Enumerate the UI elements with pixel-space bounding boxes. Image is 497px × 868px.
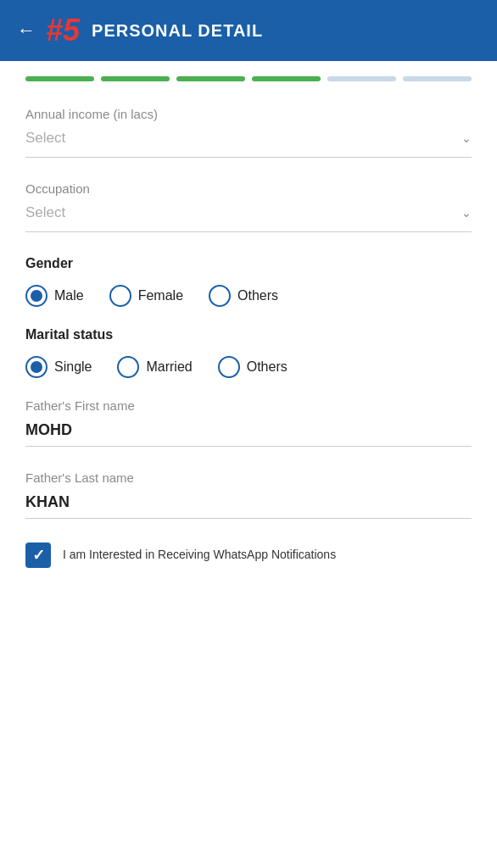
gender-radio-female[interactable] — [109, 285, 131, 307]
occupation-placeholder: Select — [25, 204, 65, 221]
occupation-select-display[interactable]: Select ⌄ — [25, 201, 472, 225]
annual-income-field: Annual income (in lacs) Select ⌄ — [25, 107, 472, 158]
occupation-field: Occupation Select ⌄ — [25, 181, 472, 232]
progress-bar — [0, 61, 497, 90]
annual-income-label: Annual income (in lacs) — [25, 107, 472, 121]
marital-radio-others[interactable] — [218, 356, 240, 378]
fathers-first-name-field: Father's First name — [25, 398, 472, 447]
checkmark-icon: ✓ — [32, 546, 45, 565]
fathers-first-name-label: Father's First name — [25, 398, 472, 413]
step-number: #5 — [46, 13, 80, 48]
marital-label-single: Single — [54, 359, 92, 375]
progress-segment-4 — [252, 76, 321, 81]
marital-status-options: Single Married Others — [25, 356, 472, 378]
header: ← #5 PERSONAL DETAIL — [0, 0, 497, 61]
fathers-last-name-field: Father's Last name — [25, 470, 472, 519]
marital-label-married: Married — [146, 359, 192, 375]
gender-radio-others[interactable] — [209, 285, 231, 307]
gender-label-male: Male — [54, 288, 84, 303]
progress-segment-5 — [327, 76, 396, 81]
fathers-last-name-input[interactable] — [25, 490, 472, 519]
marital-option-single[interactable]: Single — [25, 356, 92, 378]
gender-option-others[interactable]: Others — [209, 285, 278, 307]
annual-income-placeholder: Select — [25, 130, 65, 147]
marital-status-title: Marital status — [25, 327, 472, 342]
annual-income-chevron-icon: ⌄ — [461, 131, 472, 145]
gender-title: Gender — [25, 256, 472, 271]
fathers-last-name-label: Father's Last name — [25, 470, 472, 485]
occupation-label: Occupation — [25, 181, 472, 196]
marital-label-others: Others — [247, 359, 288, 375]
gender-section: Gender Male Female Others — [25, 256, 472, 307]
content-area: Annual income (in lacs) Select ⌄ Occupat… — [0, 90, 497, 593]
gender-label-others: Others — [237, 288, 278, 303]
marital-option-others[interactable]: Others — [218, 356, 288, 378]
back-button[interactable]: ← — [17, 19, 36, 42]
progress-segment-1 — [25, 76, 94, 81]
gender-radio-male[interactable] — [25, 285, 47, 307]
marital-radio-single[interactable] — [25, 356, 47, 378]
marital-status-section: Marital status Single Married Others — [25, 327, 472, 378]
occupation-chevron-icon: ⌄ — [461, 206, 472, 220]
gender-label-female: Female — [138, 288, 183, 303]
progress-segment-3 — [176, 76, 245, 81]
whatsapp-checkbox-row[interactable]: ✓ I am Interested in Receiving WhatsApp … — [25, 542, 472, 568]
whatsapp-checkbox-label: I am Interested in Receiving WhatsApp No… — [63, 547, 336, 564]
annual-income-select-display[interactable]: Select ⌄ — [25, 126, 472, 150]
annual-income-select[interactable]: Select ⌄ — [25, 126, 472, 158]
gender-options: Male Female Others — [25, 285, 472, 307]
gender-option-female[interactable]: Female — [109, 285, 183, 307]
fathers-first-name-input[interactable] — [25, 418, 472, 447]
whatsapp-checkbox[interactable]: ✓ — [25, 542, 51, 568]
progress-segment-6 — [403, 76, 472, 81]
marital-option-married[interactable]: Married — [117, 356, 192, 378]
occupation-select[interactable]: Select ⌄ — [25, 201, 472, 232]
progress-segment-2 — [101, 76, 170, 81]
page-title: PERSONAL DETAIL — [92, 21, 263, 41]
marital-radio-married[interactable] — [117, 356, 139, 378]
gender-option-male[interactable]: Male — [25, 285, 84, 307]
